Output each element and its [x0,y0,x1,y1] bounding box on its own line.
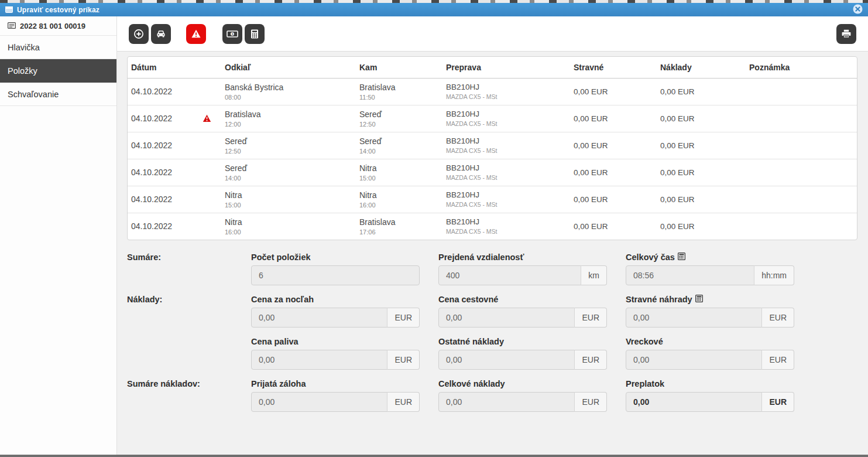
toolbar-right-group [836,24,856,44]
field-label: Stravné náhrady [626,294,794,305]
form-group: Sumáre:Počet položiekPrejdená vzdialenos… [127,252,857,294]
row-stravne: 0,00 EUR [570,132,657,159]
preplatok-input[interactable] [626,392,762,412]
field-pocet-poloziek: Počet položiek [251,252,420,285]
calculator-icon [678,253,685,262]
celkove-naklady-input[interactable] [438,392,575,412]
unit-addon: EUR [761,392,794,412]
prijata-zaloha-input[interactable] [251,392,387,412]
unit-addon: km [581,265,607,285]
add-item-button[interactable] [129,24,149,44]
unit-addon: hh:mm [754,265,794,285]
table-row[interactable]: 04.10.2022Nitra15:00Nitra16:00BB210HJMAZ… [128,186,857,213]
cena-cestovne-input[interactable] [438,308,575,328]
summary-form: Sumáre:Počet položiekPrejdená vzdialenos… [127,252,857,421]
field-stravne-nahrady: Stravné náhradyEUR [626,294,794,328]
modal-titlebar: Upraviť cestovný príkaz [0,3,868,16]
trip-items-table: DátumOdkiaľKamPrepravaStravnéNákladyPozn… [128,57,857,240]
row-poznamka [746,105,857,132]
stravne-nahrady-input[interactable] [626,308,762,328]
row-stravne: 0,00 EUR [570,213,657,240]
row-to: Nitra15:00 [356,159,442,186]
unit-addon: EUR [387,350,420,370]
sidebar-item-schva-ovanie[interactable]: Schvaľovanie [0,83,116,106]
row-stravne: 0,00 EUR [570,159,657,186]
row-transport: BB210HJMAZDA CX5 - MSt [442,186,570,213]
document-list-icon [8,22,16,30]
travel-order-number: 2022 81 001 00019 [0,16,116,36]
row-from: Nitra15:00 [221,186,356,213]
column-header-n-klady: Náklady [657,57,746,78]
sidebar-item-hlavi-ka[interactable]: Hlavička [0,36,116,59]
row-from: Bratislava12:00 [221,105,356,132]
table-row[interactable]: 04.10.2022Banská Bystrica08:00Bratislava… [128,78,857,105]
warning-triangle-icon [190,28,202,40]
toolbar-left-group: 1 [129,24,265,44]
section-label: Sumáre nákladov: [127,378,232,388]
row-naklady: 0,00 EUR [657,132,746,159]
row-transport: BB210HJMAZDA CX5 - MSt [442,78,570,105]
field-label: Celkový čas [626,252,794,262]
vehicle-button[interactable] [151,24,171,44]
unit-addon: EUR [761,350,794,370]
calculate-button[interactable] [245,24,265,44]
calculator-icon [695,295,703,304]
cena-paliva-input[interactable] [251,350,387,370]
unit-addon: EUR [574,392,607,412]
row-stravne: 0,00 EUR [570,78,657,105]
row-naklady: 0,00 EUR [657,159,746,186]
unit-addon: EUR [574,308,607,328]
row-to: Nitra16:00 [356,186,442,213]
field-label: Cena za nocľah [251,294,420,305]
field-ostatne-naklady: Ostatné nákladyEUR [438,336,607,370]
row-date: 04.10.2022 [131,114,172,123]
trip-items-table-card: DátumOdkiaľKamPrepravaStravnéNákladyPozn… [127,56,857,240]
table-row[interactable]: 04.10.2022Sereď12:50Sereď14:00BB210HJMAZ… [128,132,857,159]
pocet-poloziek-input[interactable] [251,265,420,285]
field-prejdena-vzdialenost: Prejdená vzdialenosťkm [438,252,607,285]
window-icon [5,5,13,15]
print-button[interactable] [836,24,856,44]
row-transport: BB210HJMAZDA CX5 - MSt [442,159,570,186]
cena-za-noclah-input[interactable] [251,308,387,328]
sidebar-item-polo-ky[interactable]: Položky [0,59,116,83]
row-naklady: 0,00 EUR [657,213,746,240]
travel-order-number-label: 2022 81 001 00019 [20,22,85,30]
row-naklady: 0,00 EUR [657,105,746,132]
money-button[interactable]: 1 [222,24,242,44]
row-transport: BB210HJMAZDA CX5 - MSt [442,213,570,240]
banknote-icon: 1 [226,28,239,40]
table-row[interactable]: 04.10.2022Sereď14:00Nitra15:00BB210HJMAZ… [128,159,857,186]
field-label: Vreckové [626,336,794,347]
field-label: Prejdená vzdialenosť [438,252,607,262]
unit-addon: EUR [761,308,794,328]
toolbar: 1 [117,16,868,52]
printer-icon [840,28,852,40]
row-date: 04.10.2022 [131,221,172,231]
row-warning-icon [203,114,211,122]
prejdena-vzdialenost-input[interactable] [438,265,581,285]
vreckove-input[interactable] [626,350,762,370]
main-panel: 1 DátumOdkiaľKamPrepravaStravnéNákladyPo… [117,16,868,455]
form-group: Sumáre nákladov:Prijatá zálohaEURCelkové… [127,378,857,421]
field-label: Cena cestovné [438,294,607,305]
row-transport: BB210HJMAZDA CX5 - MSt [442,132,570,159]
field-celkovy-cas: Celkový čashh:mm [626,252,794,285]
content-area: DátumOdkiaľKamPrepravaStravnéNákladyPozn… [117,52,868,455]
row-to: Sereď12:50 [356,105,442,132]
row-stravne: 0,00 EUR [570,105,657,132]
field-preplatok: PreplatokEUR [626,378,794,412]
car-icon [155,28,167,40]
celkovy-cas-input[interactable] [626,265,754,285]
table-row[interactable]: 04.10.2022Nitra16:00Bratislava17:06BB210… [128,213,857,240]
table-row[interactable]: 04.10.2022Bratislava12:00Sereď12:50BB210… [128,105,857,132]
close-button[interactable] [853,5,863,15]
window-title: Upraviť cestovný príkaz [17,6,100,14]
field-label: Celkové náklady [438,378,607,389]
row-from: Banská Bystrica08:00 [221,78,356,105]
row-to: Bratislava17:06 [356,213,442,240]
warnings-button[interactable] [186,24,206,44]
field-label: Prijatá záloha [251,378,420,389]
field-prijata-zaloha: Prijatá zálohaEUR [251,378,420,412]
ostatne-naklady-input[interactable] [438,350,575,370]
